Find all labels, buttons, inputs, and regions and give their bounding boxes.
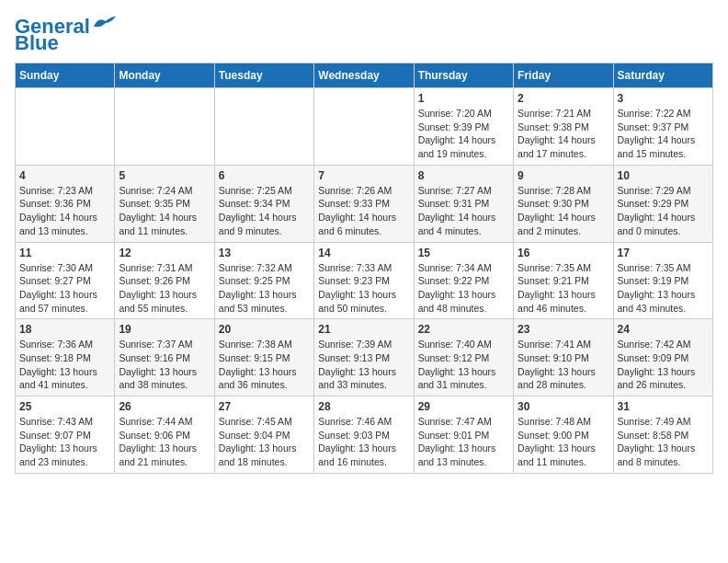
calendar-cell-22: 22Sunrise: 7:40 AMSunset: 9:12 PMDayligh…	[414, 319, 513, 396]
calendar-cell-26: 26Sunrise: 7:44 AMSunset: 9:06 PMDayligh…	[115, 396, 214, 474]
calendar-week-row: 1Sunrise: 7:20 AMSunset: 9:39 PMDaylight…	[16, 88, 713, 166]
calendar-cell-24: 24Sunrise: 7:42 AMSunset: 9:09 PMDayligh…	[613, 319, 712, 396]
calendar-cell-11: 11Sunrise: 7:30 AMSunset: 9:27 PMDayligh…	[16, 242, 115, 319]
weekday-header-saturday: Saturday	[613, 63, 712, 88]
day-number: 5	[119, 169, 210, 182]
day-number: 12	[119, 247, 210, 259]
day-info: Sunrise: 7:36 AMSunset: 9:18 PMDaylight:…	[19, 338, 110, 392]
calendar-cell-19: 19Sunrise: 7:37 AMSunset: 9:16 PMDayligh…	[115, 319, 214, 396]
day-number: 18	[19, 323, 110, 336]
day-info: Sunrise: 7:39 AMSunset: 9:13 PMDaylight:…	[318, 338, 409, 392]
day-info: Sunrise: 7:27 AMSunset: 9:31 PMDaylight:…	[418, 184, 509, 238]
calendar-cell-17: 17Sunrise: 7:35 AMSunset: 9:19 PMDayligh…	[613, 242, 712, 319]
day-number: 10	[618, 169, 709, 182]
calendar-cell-13: 13Sunrise: 7:32 AMSunset: 9:25 PMDayligh…	[214, 242, 313, 319]
calendar-cell-21: 21Sunrise: 7:39 AMSunset: 9:13 PMDayligh…	[314, 319, 414, 396]
calendar-cell-25: 25Sunrise: 7:43 AMSunset: 9:07 PMDayligh…	[16, 396, 115, 474]
day-info: Sunrise: 7:29 AMSunset: 9:29 PMDaylight:…	[618, 184, 709, 238]
day-info: Sunrise: 7:46 AMSunset: 9:03 PMDaylight:…	[318, 415, 409, 469]
day-info: Sunrise: 7:35 AMSunset: 9:19 PMDaylight:…	[618, 261, 709, 316]
day-info: Sunrise: 7:34 AMSunset: 9:22 PMDaylight:…	[418, 261, 509, 316]
header: General Blue	[15, 15, 713, 55]
day-number: 13	[219, 247, 310, 259]
day-number: 8	[418, 169, 509, 182]
day-info: Sunrise: 7:30 AMSunset: 9:27 PMDaylight:…	[19, 261, 110, 316]
day-info: Sunrise: 7:31 AMSunset: 9:26 PMDaylight:…	[119, 261, 210, 316]
weekday-header-row: SundayMondayTuesdayWednesdayThursdayFrid…	[16, 63, 713, 88]
calendar-cell-5: 5Sunrise: 7:24 AMSunset: 9:35 PMDaylight…	[115, 165, 214, 242]
logo-blue-text: Blue	[15, 31, 59, 55]
calendar-cell-empty	[16, 88, 115, 166]
day-info: Sunrise: 7:20 AMSunset: 9:39 PMDaylight:…	[418, 107, 509, 161]
day-number: 14	[318, 247, 409, 259]
day-number: 1	[418, 92, 509, 105]
calendar-cell-10: 10Sunrise: 7:29 AMSunset: 9:29 PMDayligh…	[613, 165, 712, 242]
day-info: Sunrise: 7:24 AMSunset: 9:35 PMDaylight:…	[119, 184, 210, 238]
day-number: 24	[618, 323, 709, 336]
calendar-cell-7: 7Sunrise: 7:26 AMSunset: 9:33 PMDaylight…	[314, 165, 414, 242]
calendar-week-row: 4Sunrise: 7:23 AMSunset: 9:36 PMDaylight…	[16, 165, 713, 242]
calendar-cell-28: 28Sunrise: 7:46 AMSunset: 9:03 PMDayligh…	[314, 396, 414, 474]
day-info: Sunrise: 7:37 AMSunset: 9:16 PMDaylight:…	[119, 338, 210, 392]
calendar-cell-2: 2Sunrise: 7:21 AMSunset: 9:38 PMDaylight…	[514, 88, 613, 166]
weekday-header-tuesday: Tuesday	[214, 63, 313, 88]
calendar-cell-27: 27Sunrise: 7:45 AMSunset: 9:04 PMDayligh…	[214, 396, 313, 474]
day-number: 23	[518, 323, 609, 336]
day-number: 15	[418, 247, 509, 259]
calendar-cell-1: 1Sunrise: 7:20 AMSunset: 9:39 PMDaylight…	[414, 88, 513, 166]
calendar-week-row: 18Sunrise: 7:36 AMSunset: 9:18 PMDayligh…	[16, 319, 713, 396]
day-info: Sunrise: 7:32 AMSunset: 9:25 PMDaylight:…	[219, 261, 310, 316]
day-info: Sunrise: 7:45 AMSunset: 9:04 PMDaylight:…	[219, 415, 310, 469]
day-number: 20	[219, 323, 310, 336]
day-number: 19	[119, 323, 210, 336]
weekday-header-monday: Monday	[115, 63, 214, 88]
day-info: Sunrise: 7:22 AMSunset: 9:37 PMDaylight:…	[618, 107, 709, 161]
weekday-header-friday: Friday	[514, 63, 613, 88]
calendar-cell-12: 12Sunrise: 7:31 AMSunset: 9:26 PMDayligh…	[115, 242, 214, 319]
calendar-cell-29: 29Sunrise: 7:47 AMSunset: 9:01 PMDayligh…	[414, 396, 513, 474]
day-number: 25	[19, 400, 110, 413]
calendar-cell-18: 18Sunrise: 7:36 AMSunset: 9:18 PMDayligh…	[16, 319, 115, 396]
day-number: 11	[19, 247, 110, 259]
day-number: 6	[219, 169, 310, 182]
calendar-cell-empty	[115, 88, 214, 166]
day-info: Sunrise: 7:35 AMSunset: 9:21 PMDaylight:…	[518, 261, 609, 316]
calendar-cell-empty	[214, 88, 313, 166]
calendar-cell-8: 8Sunrise: 7:27 AMSunset: 9:31 PMDaylight…	[414, 165, 513, 242]
day-info: Sunrise: 7:43 AMSunset: 9:07 PMDaylight:…	[19, 415, 110, 469]
day-info: Sunrise: 7:28 AMSunset: 9:30 PMDaylight:…	[518, 184, 609, 238]
calendar-cell-empty	[314, 88, 414, 166]
day-info: Sunrise: 7:26 AMSunset: 9:33 PMDaylight:…	[318, 184, 409, 238]
calendar-week-row: 11Sunrise: 7:30 AMSunset: 9:27 PMDayligh…	[16, 242, 713, 319]
day-info: Sunrise: 7:33 AMSunset: 9:23 PMDaylight:…	[318, 261, 409, 316]
day-number: 28	[318, 400, 409, 413]
calendar-cell-16: 16Sunrise: 7:35 AMSunset: 9:21 PMDayligh…	[514, 242, 613, 319]
day-number: 30	[518, 400, 609, 413]
day-info: Sunrise: 7:25 AMSunset: 9:34 PMDaylight:…	[219, 184, 310, 238]
calendar-cell-15: 15Sunrise: 7:34 AMSunset: 9:22 PMDayligh…	[414, 242, 513, 319]
weekday-header-thursday: Thursday	[414, 63, 513, 88]
day-number: 29	[418, 400, 509, 413]
day-info: Sunrise: 7:40 AMSunset: 9:12 PMDaylight:…	[418, 338, 509, 392]
logo: General Blue	[15, 15, 118, 55]
day-number: 22	[418, 323, 509, 336]
day-number: 7	[318, 169, 409, 182]
calendar-cell-20: 20Sunrise: 7:38 AMSunset: 9:15 PMDayligh…	[214, 319, 313, 396]
day-number: 27	[219, 400, 310, 413]
day-info: Sunrise: 7:42 AMSunset: 9:09 PMDaylight:…	[618, 338, 709, 392]
calendar-cell-6: 6Sunrise: 7:25 AMSunset: 9:34 PMDaylight…	[214, 165, 313, 242]
day-number: 4	[19, 169, 110, 182]
calendar-table: SundayMondayTuesdayWednesdayThursdayFrid…	[15, 63, 713, 474]
day-number: 17	[618, 247, 709, 259]
calendar-cell-9: 9Sunrise: 7:28 AMSunset: 9:30 PMDaylight…	[514, 165, 613, 242]
day-number: 3	[618, 92, 709, 105]
day-number: 16	[518, 247, 609, 259]
day-number: 2	[518, 92, 609, 105]
calendar-cell-31: 31Sunrise: 7:49 AMSunset: 8:58 PMDayligh…	[613, 396, 712, 474]
day-number: 31	[618, 400, 709, 413]
calendar-week-row: 25Sunrise: 7:43 AMSunset: 9:07 PMDayligh…	[16, 396, 713, 474]
calendar-cell-3: 3Sunrise: 7:22 AMSunset: 9:37 PMDaylight…	[613, 88, 712, 166]
day-info: Sunrise: 7:23 AMSunset: 9:36 PMDaylight:…	[19, 184, 110, 238]
day-info: Sunrise: 7:47 AMSunset: 9:01 PMDaylight:…	[418, 415, 509, 469]
day-number: 21	[318, 323, 409, 336]
